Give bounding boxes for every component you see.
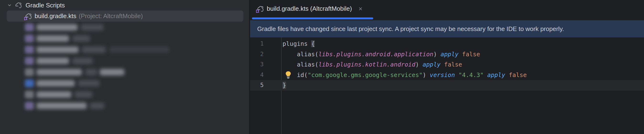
code-token: ) bbox=[433, 51, 440, 58]
tree-item-blurred[interactable] bbox=[0, 33, 249, 44]
code-editor[interactable]: 1plugins {2 alias(libs.plugins.android.a… bbox=[250, 38, 644, 134]
tree-item-blurred[interactable] bbox=[0, 55, 249, 66]
code-token: false bbox=[462, 51, 480, 58]
tab-build-gradle-kts[interactable]: build.gradle.kts (AltcraftMobile) bbox=[252, 0, 368, 18]
code-line-text[interactable]: plugins { bbox=[281, 39, 315, 49]
code-token: "4.4.3" bbox=[458, 72, 484, 78]
tree-node-filename: build.gradle.kts bbox=[34, 12, 76, 20]
code-line[interactable]: 4 id("com.google.gms.google-services") v… bbox=[250, 70, 644, 80]
code-line[interactable]: 1plugins { bbox=[250, 39, 644, 49]
code-token: ) bbox=[422, 72, 430, 78]
code-token: ) bbox=[416, 61, 422, 68]
code-token bbox=[484, 72, 487, 78]
tree-node-build-gradle-kts[interactable]: build.gradle.kts (Project: AltcraftMobil… bbox=[0, 10, 249, 22]
code-token: } bbox=[282, 82, 286, 89]
blurred-text-pill bbox=[75, 91, 92, 98]
active-tab-underline bbox=[252, 18, 373, 19]
file-icon-blurred bbox=[25, 34, 34, 42]
code-token: "com.google.gms.google-services" bbox=[308, 72, 422, 78]
code-token: libs.plugins.kotlin.android bbox=[318, 61, 416, 68]
code-token: alias( bbox=[282, 61, 318, 68]
file-icon-blurred bbox=[25, 46, 34, 54]
file-icon-blurred bbox=[25, 57, 34, 65]
gutter-line-number[interactable]: 1 bbox=[250, 39, 281, 49]
code-token: apply bbox=[422, 61, 440, 68]
close-icon[interactable] bbox=[358, 6, 363, 11]
code-line-text[interactable]: alias(libs.plugins.kotlin.android) apply… bbox=[281, 59, 462, 70]
code-token: apply bbox=[440, 51, 458, 58]
blurred-text-pill bbox=[36, 80, 75, 86]
code-token: false bbox=[444, 61, 462, 68]
file-icon-blurred bbox=[25, 80, 34, 87]
code-line-text[interactable]: alias(libs.plugins.android.application) … bbox=[281, 49, 480, 60]
blurred-text-pill bbox=[90, 102, 104, 109]
code-line[interactable]: 5} bbox=[250, 80, 644, 90]
blurred-text-pill bbox=[36, 35, 69, 42]
file-icon-blurred bbox=[25, 68, 34, 76]
gutter-line-number[interactable]: 5 bbox=[250, 80, 281, 90]
tree-node-gradle-scripts[interactable]: Gradle Scripts bbox=[0, 0, 249, 10]
code-token: { bbox=[311, 40, 315, 47]
editor-tab-bar: build.gradle.kts (AltcraftMobile) bbox=[250, 0, 644, 20]
file-icon-blurred bbox=[25, 102, 34, 110]
tree-node-project-suffix: (Project: AltcraftMobile) bbox=[79, 12, 143, 20]
gutter-line-number[interactable]: 3 bbox=[250, 59, 281, 70]
tree-item-blurred[interactable] bbox=[0, 66, 249, 78]
gutter-line-number[interactable]: 4 bbox=[250, 70, 281, 80]
code-token bbox=[440, 61, 444, 68]
blurred-text-pill bbox=[81, 24, 104, 30]
gutter-line-number[interactable]: 2 bbox=[250, 49, 281, 60]
blurred-text-pill bbox=[72, 58, 93, 64]
file-icon-blurred bbox=[25, 90, 34, 98]
tree-item-blurred[interactable] bbox=[0, 22, 249, 33]
code-token: libs.plugins.android.application bbox=[318, 51, 434, 58]
blurred-text-pill bbox=[72, 35, 90, 42]
code-line-text[interactable]: id("com.google.gms.google-services") ver… bbox=[281, 70, 527, 80]
code-token: false bbox=[509, 72, 526, 78]
code-token: plugins bbox=[282, 40, 311, 47]
kotlin-script-badge bbox=[256, 9, 260, 13]
code-line[interactable]: 3 alias(libs.plugins.kotlin.android) app… bbox=[250, 59, 644, 70]
blurred-text-pill bbox=[78, 80, 100, 86]
blurred-text-pill bbox=[36, 58, 69, 64]
blurred-text-pill bbox=[36, 102, 86, 109]
code-token: version bbox=[430, 72, 455, 78]
blurred-text-pill bbox=[100, 69, 124, 75]
tree-selection-highlight[interactable]: build.gradle.kts (Project: AltcraftMobil… bbox=[7, 10, 244, 22]
file-icon-blurred bbox=[25, 23, 34, 31]
gradle-elephant-icon bbox=[15, 2, 22, 8]
blurred-text-pill bbox=[36, 69, 82, 75]
lightbulb-icon[interactable] bbox=[285, 71, 292, 79]
tab-title: build.gradle.kts (AltcraftMobile) bbox=[267, 5, 352, 12]
tree-item-blurred[interactable] bbox=[0, 44, 249, 55]
tree-item-blurred[interactable] bbox=[0, 100, 249, 111]
code-token bbox=[505, 72, 509, 78]
tree-node-label: Gradle Scripts bbox=[26, 2, 65, 9]
chevron-down-icon[interactable] bbox=[8, 3, 12, 8]
code-line-text[interactable]: } bbox=[281, 80, 286, 90]
blurred-tree-items bbox=[0, 22, 249, 111]
tree-item-blurred[interactable] bbox=[0, 89, 249, 100]
blurred-text-pill bbox=[85, 69, 97, 75]
project-tree-panel: Gradle Scripts build.gradle.kts (Project… bbox=[0, 0, 249, 134]
blurred-text-pill bbox=[36, 91, 71, 98]
code-token: alias( bbox=[282, 51, 318, 58]
editor-panel: build.gradle.kts (AltcraftMobile) Gradle… bbox=[249, 0, 644, 134]
blurred-text-pill bbox=[36, 24, 78, 30]
kotlin-script-badge bbox=[24, 17, 28, 20]
gradle-sync-banner: Gradle files have changed since last pro… bbox=[250, 20, 644, 38]
gradle-kts-icon bbox=[25, 13, 32, 20]
code-token bbox=[455, 72, 458, 78]
tree-item-blurred[interactable] bbox=[0, 78, 249, 89]
banner-message: Gradle files have changed since last pro… bbox=[257, 25, 564, 33]
code-line[interactable]: 2 alias(libs.plugins.android.application… bbox=[250, 49, 644, 60]
blurred-text-pill bbox=[36, 46, 78, 53]
code-lines: 1plugins {2 alias(libs.plugins.android.a… bbox=[250, 39, 644, 90]
gradle-kts-icon bbox=[257, 6, 264, 12]
code-token bbox=[458, 51, 462, 58]
blurred-text-pill bbox=[82, 46, 106, 53]
blurred-text-pill bbox=[110, 46, 169, 53]
code-token: apply bbox=[487, 72, 505, 78]
